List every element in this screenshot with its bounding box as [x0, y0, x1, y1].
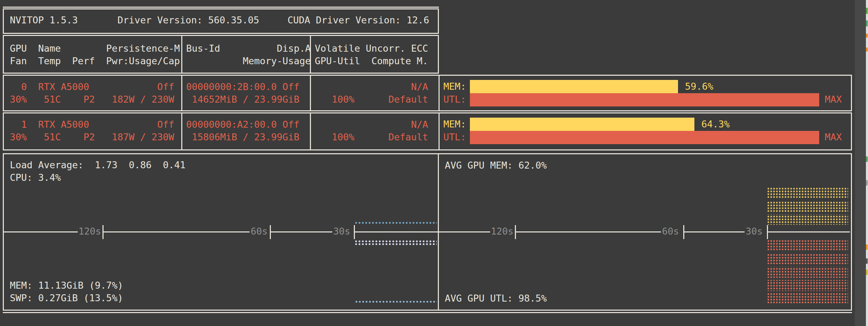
gpu1-divider-3	[439, 112, 440, 150]
avg-gpu-utl-text: AVG GPU UTL: 98.5%	[445, 292, 547, 305]
host-timeline-seg	[271, 231, 332, 232]
gpu0-mem-bar	[470, 80, 678, 93]
gpu0-divider-3	[439, 75, 440, 111]
gpu0-divider-2	[310, 75, 311, 111]
gpu1-util-bar	[470, 131, 819, 144]
gpu1-util-label: UTL:	[443, 131, 466, 143]
gpu1-divider-2	[310, 112, 311, 150]
mem-history-graph	[356, 301, 437, 303]
sliver-glyph-fragment	[866, 34, 868, 38]
gpu-timeline-seg	[684, 231, 745, 232]
sliver-glyph-fragment	[866, 180, 868, 186]
swap-history-graph	[355, 240, 437, 245]
header-col1: GPU Name Persistence-M Fan Temp Perf Pwr…	[4, 42, 180, 67]
header-col2: Bus-Id Disp.A Memory-Usage	[186, 42, 311, 67]
gpu-timeline-60s: 60s	[662, 225, 679, 238]
window-edge-strip	[855, 0, 866, 326]
load-average-text: Load Average: 1.73 0.86 0.41	[4, 159, 185, 171]
host-timeline-seg	[104, 231, 250, 232]
host-timeline-30s: 30s	[333, 225, 350, 238]
gpu0-mem-label: MEM:	[443, 80, 466, 93]
sliver-glyph-fragment	[866, 258, 868, 264]
gpu1-divider-1	[181, 112, 182, 150]
sliver-glyph-fragment	[866, 244, 868, 250]
gpu-timeline-seg	[439, 231, 490, 232]
sliver-glyph-fragment	[866, 269, 868, 275]
avg-gpu-mem-text: AVG GPU MEM: 62.0%	[445, 159, 547, 172]
avg-gpu-mem-history-graph	[768, 188, 848, 225]
gpu0-col1: 0 RTX A5000 Off 30% 51C P2 182W / 230W	[4, 81, 180, 106]
gpu0-col3: N/A 100% Default	[315, 81, 428, 106]
gpu0-util-value: MAX	[825, 93, 842, 106]
avg-gpu-utl-history-graph	[768, 240, 848, 304]
gpu0-col2: 00000000:2B:00.0 Off 14652MiB / 23.99GiB	[186, 81, 299, 106]
gpu-timeline-120s: 120s	[491, 225, 513, 238]
gpu1-mem-label: MEM:	[443, 118, 466, 131]
host-timeline-120s: 120s	[78, 225, 101, 238]
nvitop-terminal-screen: NVITOP 1.5.3 Driver Version: 560.35.05 C…	[0, 0, 868, 326]
gpu1-mem-percent: 64.3%	[701, 118, 730, 131]
gpu1-util-value: MAX	[825, 131, 842, 143]
gpu0-util-bar	[470, 93, 819, 106]
gpu1-col3: N/A 100% Default	[315, 118, 428, 143]
sliver-glyph-fragment	[866, 8, 868, 14]
host-timeline-seg	[4, 231, 78, 232]
sliver-glyph-fragment	[866, 20, 868, 27]
cpu-text: CPU: 3.4%	[4, 171, 61, 184]
bottom-double-border	[3, 312, 852, 313]
swp-text: SWP: 0.27GiB (13.5%)	[4, 292, 123, 304]
header-divider-1	[181, 35, 182, 74]
topbar-text: NVITOP 1.5.3 Driver Version: 560.35.05 C…	[4, 14, 429, 27]
sliver-glyph-fragment	[866, 156, 868, 162]
gpu1-col1: 1 RTX A5000 Off 30% 51C P2 187W / 230W	[4, 118, 180, 143]
gpu1-col2: 00000000:A2:00.0 Off 15806MiB / 23.99GiB	[186, 118, 299, 143]
gpu0-mem-percent: 59.6%	[685, 80, 713, 93]
topbar-double-border	[3, 7, 439, 8]
sliver-glyph-fragment	[866, 47, 868, 52]
gpu0-divider-1	[181, 75, 182, 111]
gpu-timeline-30s: 30s	[746, 225, 763, 238]
host-timeline-seg	[355, 231, 438, 232]
gpu-timeline-seg	[516, 231, 661, 232]
header-col3: Volatile Uncorr. ECC GPU-Util Compute M.	[315, 42, 428, 67]
host-timeline-60s: 60s	[251, 225, 268, 238]
cpu-history-graph	[355, 222, 437, 224]
gpu1-mem-bar	[470, 118, 694, 131]
mem-text: MEM: 11.13GiB (9.7%)	[4, 279, 123, 292]
gpu0-util-label: UTL:	[443, 93, 466, 106]
gpu-timeline-seg	[768, 231, 850, 232]
